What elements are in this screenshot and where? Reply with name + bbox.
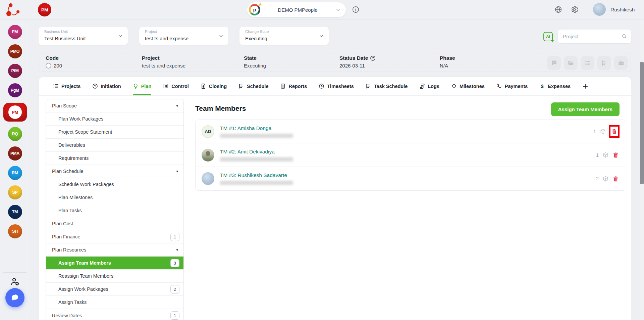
ai-assistant-button[interactable]: AI ✦: [543, 32, 553, 41]
sidebar-role-rq[interactable]: RQ: [8, 127, 22, 141]
tab-initiation[interactable]: Initiation: [92, 77, 121, 95]
tab-expenses[interactable]: $Expenses: [539, 77, 571, 95]
gear-icon[interactable]: [570, 5, 579, 14]
work-package-cube-icon[interactable]: [602, 176, 609, 182]
help-icon[interactable]: [370, 55, 376, 61]
nav-item-plan-resources[interactable]: Plan Resources▾: [46, 243, 183, 257]
globe-icon[interactable]: [554, 5, 562, 14]
nav-item-requirements[interactable]: Requirements: [46, 152, 183, 165]
add-person-icon[interactable]: [10, 277, 20, 286]
nav-item-plan-work-packages[interactable]: Plan Work Packages: [46, 112, 183, 126]
sidebar-role-rm[interactable]: RM: [8, 166, 22, 180]
user-name[interactable]: Rushikesh: [610, 0, 635, 19]
sidebar-role-pma[interactable]: PMA: [8, 146, 22, 161]
tab-closing[interactable]: Closing: [201, 77, 227, 95]
nav-item-plan-schedule[interactable]: Plan Schedule▾: [46, 165, 183, 178]
nav-item-schedule-work-packages[interactable]: Schedule Work Packages: [46, 178, 183, 191]
nav-item-assign-team-members[interactable]: Assign Team Members3: [46, 257, 183, 270]
sidebar-role-pmo[interactable]: PMO: [8, 44, 22, 58]
nav-item-label: Plan Cost: [52, 221, 73, 226]
chat-fab-button[interactable]: [5, 288, 24, 307]
hierarchy-icon: [601, 60, 608, 66]
tab-projects[interactable]: Projects: [53, 77, 80, 95]
chat-bubble-icon: [10, 293, 19, 302]
current-role-badge[interactable]: PM: [38, 3, 51, 16]
work-package-cube-icon[interactable]: [600, 128, 606, 135]
tab-label: Initiation: [101, 84, 121, 89]
highlighted-delete-button[interactable]: [609, 125, 620, 138]
sidebar-role-tm[interactable]: TM: [8, 205, 22, 219]
info-col-state: StateExecuting: [244, 55, 266, 68]
nav-item-label: Assign Team Members: [58, 260, 111, 266]
project-select[interactable]: Project test ts and expense: [139, 27, 228, 45]
info-value-text: Executing: [244, 63, 266, 68]
sidebar-role-fm[interactable]: FM: [8, 25, 22, 39]
tab-schedule[interactable]: Schedule: [238, 77, 268, 95]
info-label: Project: [142, 55, 185, 61]
workspace-selector[interactable]: ★ DEMO PMPeople: [247, 2, 346, 17]
tab-reports[interactable]: Reports: [280, 77, 307, 95]
work-package-cube-icon[interactable]: [602, 152, 609, 158]
role-list: FMPMOPfMPgMPMRQPMARMSPTMSH: [0, 25, 30, 238]
sidebar-role-sh[interactable]: SH: [8, 224, 22, 238]
nav-item-assign-tasks[interactable]: Assign Tasks: [46, 296, 183, 309]
member-name-link[interactable]: TM #1: Amisha Donga: [220, 125, 293, 131]
tree-icon: [238, 83, 244, 89]
list-icon: [53, 83, 59, 89]
sidebar-role-pm[interactable]: PM: [3, 103, 27, 122]
info-icon[interactable]: [352, 6, 360, 13]
sparkle-icon: ✦: [551, 38, 554, 43]
delete-button[interactable]: [612, 176, 619, 182]
tab-label: Projects: [61, 84, 80, 89]
project-search-input[interactable]: [558, 30, 631, 43]
chat-dots-action-button[interactable]: [547, 56, 561, 70]
tab-milestones[interactable]: Milestones: [451, 77, 485, 95]
tab-plan[interactable]: Plan: [133, 77, 152, 95]
ai-label: AI: [546, 34, 550, 39]
business-unit-select[interactable]: Business Unit Test Business Unit: [39, 27, 128, 45]
hierarchy-action-button[interactable]: [597, 56, 611, 70]
assign-team-members-button[interactable]: Assign Team Members: [551, 102, 620, 116]
project-search: [558, 30, 631, 43]
add-tab-button[interactable]: [582, 77, 588, 95]
member-name-link[interactable]: TM #3: Rushikesh Sadavarte: [220, 172, 293, 178]
folder-action-button[interactable]: [564, 56, 578, 70]
nav-item-assign-work-packages[interactable]: Assign Work Packages2: [46, 283, 183, 296]
nav-item-review-dates[interactable]: Review Dates1: [46, 309, 183, 320]
nav-item-plan-tasks[interactable]: Plan Tasks: [46, 204, 183, 217]
page-scrollbar-thumb[interactable]: [640, 62, 644, 184]
delete-button[interactable]: [612, 152, 619, 158]
chevron-down-icon: [118, 33, 123, 39]
pmpeople-molecule-logo-icon[interactable]: [5, 2, 20, 17]
nav-item-reassign-team-members[interactable]: Reassign Team Members: [46, 270, 183, 283]
tab-payments[interactable]: $Payments: [496, 77, 528, 95]
sidebar-role-pfm[interactable]: PfM: [8, 64, 22, 78]
change-state-select[interactable]: Change State Executing: [239, 27, 329, 45]
briefcase-action-button[interactable]: [614, 56, 628, 70]
tab-timesheets[interactable]: Timesheets: [319, 77, 354, 95]
avatar: AD: [202, 125, 214, 138]
member-info: TM #2: Amit Dekivadiya: [220, 149, 293, 162]
nav-item-plan-finance[interactable]: Plan Finance1: [46, 230, 183, 243]
info-label: Status Date: [339, 55, 376, 61]
info-label: State: [244, 55, 266, 61]
tab-logs[interactable]: Logs: [419, 77, 439, 95]
nav-item-plan-milestones[interactable]: Plan Milestones: [46, 191, 183, 204]
radio-icon[interactable]: [46, 63, 51, 68]
page-title: Team Members: [195, 104, 246, 112]
sidebar-role-pgm[interactable]: PgM: [8, 83, 22, 97]
tab-control[interactable]: Control: [163, 77, 189, 95]
nav-item-plan-scope[interactable]: Plan Scope▾: [46, 99, 183, 112]
nav-item-deliverables[interactable]: Deliverables: [46, 139, 183, 152]
nav-item-plan-cost[interactable]: Plan Cost: [46, 217, 183, 230]
nav-item-label: Assign Tasks: [58, 300, 87, 305]
chevron-down-icon: ▾: [176, 248, 178, 252]
nav-item-label: Plan Schedule: [52, 169, 84, 174]
member-name-link[interactable]: TM #2: Amit Dekivadiya: [220, 149, 293, 155]
filter-label: Business Unit: [44, 30, 68, 34]
bullets-action-button[interactable]: [581, 56, 594, 70]
sidebar-role-sp[interactable]: SP: [8, 185, 22, 199]
tab-task-schedule[interactable]: Task Schedule: [366, 77, 408, 95]
user-avatar[interactable]: [593, 3, 606, 16]
nav-item-project-scope-statement[interactable]: Project Scope Statement: [46, 126, 183, 139]
